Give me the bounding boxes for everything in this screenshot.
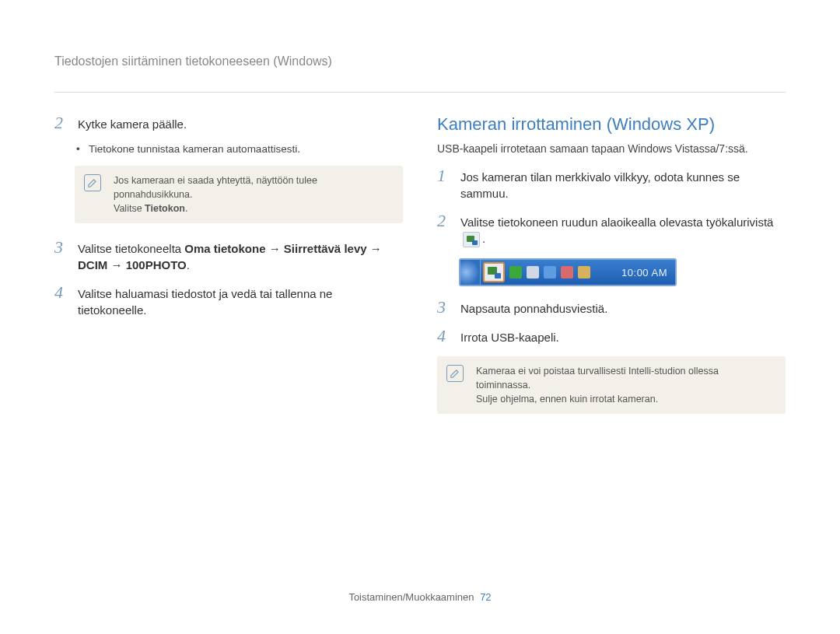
left-step-2: 2 Kytke kamera päälle. <box>54 114 403 132</box>
section-title: Kameran irrottaminen (Windows XP) <box>437 114 786 135</box>
tray-icon <box>527 266 539 278</box>
content-columns: 2 Kytke kamera päälle. Tietokone tunnist… <box>54 114 786 429</box>
left-step-4: 4 Valitse haluamasi tiedostot ja vedä ta… <box>54 284 403 318</box>
right-step-2: 2 Valitse tietokoneen ruudun alaoikealla… <box>437 212 786 247</box>
right-step-3: 3 Napsauta ponnahdusviestiä. <box>437 299 786 317</box>
step-text: Kytke kamera päälle. <box>78 114 403 132</box>
divider <box>54 92 786 93</box>
bullet-item: Tietokone tunnistaa kameran automaattise… <box>76 143 403 155</box>
step-text: Valitse tietokoneen ruudun alaoikealla o… <box>460 212 786 247</box>
step-text-part: Valitse tietokoneen ruudun alaoikealla o… <box>460 215 773 229</box>
tray-icons-group <box>509 266 590 278</box>
section-subtitle: USB-kaapeli irrotetaan samaan tapaan Win… <box>437 142 786 155</box>
note-line: Sulje ohjelma, ennen kuin irrotat kamera… <box>476 392 775 406</box>
step-text-part: . <box>482 232 485 245</box>
step-text-part: Valitse tietokoneelta <box>78 242 184 255</box>
step-text: Valitse haluamasi tiedostot ja vedä tai … <box>78 284 403 318</box>
note-icon <box>84 174 101 191</box>
safely-remove-icon <box>463 232 480 247</box>
note-text: . <box>185 203 187 214</box>
footer-label: Toistaminen/Muokkaaminen <box>348 591 474 603</box>
tray-highlighted-icon <box>483 262 505 282</box>
step-number: 3 <box>437 299 451 317</box>
left-step-3: 3 Valitse tietokoneelta Oma tietokone → … <box>54 239 403 273</box>
taskbar-tray-image: 10:00 AM <box>459 258 677 286</box>
left-column: 2 Kytke kamera päälle. Tietokone tunnist… <box>54 114 403 429</box>
step-text: Jos kameran tilan merkkivalo vilkkyy, od… <box>460 167 786 201</box>
step-text-part: . <box>187 258 190 271</box>
note-line: Kameraa ei voi poistaa turvallisesti Int… <box>476 364 775 392</box>
note-line: Jos kameraan ei saada yhteyttä, näyttöön… <box>114 173 392 201</box>
note-box-1: Jos kameraan ei saada yhteyttä, näyttöön… <box>75 166 403 223</box>
note-text: Valitse <box>114 203 145 214</box>
tray-icon <box>561 266 573 278</box>
tray-clock: 10:00 AM <box>621 267 667 278</box>
note-line: Valitse Tietokon. <box>114 201 392 215</box>
tray-start-cap <box>460 260 481 285</box>
step-number: 4 <box>437 328 451 345</box>
right-column: Kameran irrottaminen (Windows XP) USB-ka… <box>437 114 786 429</box>
page-footer: Toistaminen/Muokkaaminen 72 <box>0 591 840 603</box>
step-text: Valitse tietokoneelta Oma tietokone → Si… <box>78 239 403 273</box>
step-number: 3 <box>54 239 68 273</box>
step-number: 1 <box>437 167 451 201</box>
right-step-4: 4 Irrota USB-kaapeli. <box>437 328 786 345</box>
tray-icon <box>509 266 522 278</box>
step-number: 2 <box>437 212 451 247</box>
step-text: Napsauta ponnahdusviestiä. <box>460 299 786 317</box>
note-icon <box>446 365 464 382</box>
right-step-1: 1 Jos kameran tilan merkkivalo vilkkyy, … <box>437 167 786 201</box>
footer-page-number: 72 <box>480 591 491 603</box>
step-text: Irrota USB-kaapeli. <box>460 328 786 345</box>
step-number: 4 <box>54 284 68 318</box>
step-number: 2 <box>54 114 68 132</box>
note-bold-text: Tietokon <box>145 203 185 214</box>
breadcrumb: Tiedostojen siirtäminen tietokoneeseen (… <box>54 54 786 73</box>
tray-icon <box>544 266 556 278</box>
tray-icon <box>578 266 590 278</box>
note-box-2: Kameraa ei voi poistaa turvallisesti Int… <box>437 356 786 414</box>
